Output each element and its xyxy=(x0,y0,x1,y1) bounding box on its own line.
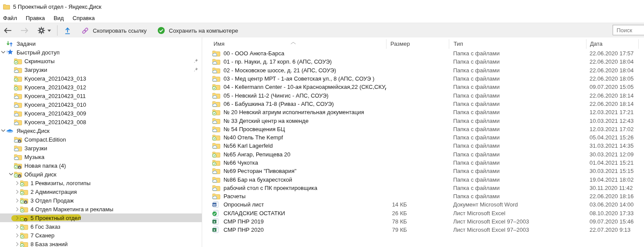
upload-button[interactable] xyxy=(64,27,71,34)
sidebar-item[interactable]: Загрузки xyxy=(0,144,202,152)
settings-gear-button[interactable] xyxy=(37,27,45,34)
tree-chevron-icon[interactable] xyxy=(14,181,20,186)
window-title: 5 Проектный отдел - Яндекс.Диск xyxy=(13,3,102,10)
file-row[interactable]: 02 - Московское шоссе, д. 21 (АПС, СОУЭ)… xyxy=(202,66,644,74)
file-type: Папка с файлами xyxy=(449,151,586,158)
tree-chevron-icon[interactable] xyxy=(14,233,20,238)
search-input[interactable] xyxy=(613,25,644,35)
file-row[interactable]: №66 Чукотка Папка с файлами 01.04.2021 1… xyxy=(202,159,644,167)
file-row[interactable]: №56 Karl Lagerfeld Папка с файлами 31.03… xyxy=(202,142,644,150)
menu-edit[interactable]: Правка xyxy=(21,15,49,21)
file-row[interactable]: рабочий стол с ПК проектировщика Папка с… xyxy=(202,184,644,192)
copy-link-button[interactable]: Скопировать ссылку xyxy=(93,27,147,34)
sidebar-item[interactable]: 4 Отдел Маркетинга и рекламы xyxy=(0,205,202,213)
tree-chevron-icon[interactable] xyxy=(14,189,20,194)
sidebar-item[interactable]: 2 Администрация xyxy=(0,187,202,196)
file-name: СКЛАДСКИЕ ОСТАТКИ xyxy=(224,210,285,217)
pin-icon[interactable] xyxy=(193,58,198,65)
tree-chevron-icon[interactable] xyxy=(14,216,20,220)
file-row[interactable]: №86 Бар на бухарестской Папка с файлами … xyxy=(202,175,644,183)
file-date: 30.11.2020 11:42 xyxy=(586,185,644,191)
folder-icon xyxy=(14,84,22,91)
file-row[interactable]: СКЛАДСКИЕ ОСТАТКИ 26 КБ Лист Microsoft E… xyxy=(202,209,644,217)
file-date: 22.06.2020 17:57 xyxy=(586,50,644,57)
sidebar-item[interactable]: Kyocera_20210423_010 xyxy=(0,100,202,109)
save-check-icon[interactable] xyxy=(157,27,165,34)
sidebar-item[interactable]: Kyocera_20210423_011 xyxy=(0,91,202,100)
menu-file[interactable]: Файл xyxy=(0,15,21,21)
tree-chevron-icon[interactable] xyxy=(8,173,14,176)
sidebar-item[interactable]: 5 Проектный отдел xyxy=(0,213,202,222)
file-row[interactable]: 00 - ООО Анюта-Барса Папка с файлами 22.… xyxy=(202,49,644,58)
file-name-cell: № 54 Просвещения БЦ xyxy=(202,126,386,132)
sidebar-item[interactable]: 7 Сканер xyxy=(0,231,202,240)
file-row[interactable]: W Опросный лист 14 КБ Документ Microsoft… xyxy=(202,200,644,209)
pin-icon[interactable] xyxy=(193,67,198,74)
sidebar-item[interactable]: Kyocera_20210423_008 xyxy=(0,118,202,126)
sidebar-item[interactable]: 1 Реквизиты, логотипы xyxy=(0,179,202,187)
gear-dropdown-caret[interactable] xyxy=(47,30,51,32)
file-row[interactable]: № 54 Просвещения БЦ Папка с файлами 12.0… xyxy=(202,125,644,133)
file-row[interactable]: №69 Ресторан "Пивовария" Папка с файлами… xyxy=(202,167,644,175)
file-row[interactable]: № 33 Детский центр на коменде Папка с фа… xyxy=(202,116,644,125)
sidebar-item[interactable]: Загрузки xyxy=(0,65,202,74)
column-header-name[interactable]: Имя xyxy=(202,39,386,49)
sidebar-item[interactable]: Музыка xyxy=(0,152,202,161)
folder-icon xyxy=(14,110,22,117)
sidebar-item-label: Kyocera_20210423_009 xyxy=(24,110,86,117)
sidebar-item[interactable]: Kyocera_20210423_012 xyxy=(0,83,202,91)
folder-icon xyxy=(14,58,22,64)
file-row[interactable]: №65 Ангар, Репищева 20 Папка с файлами 3… xyxy=(202,150,644,159)
file-row[interactable]: Расчеты Папка с файлами 22.06.2020 18:16 xyxy=(202,192,644,200)
sidebar-item-label: 1 Реквизиты, логотипы xyxy=(31,180,91,186)
sidebar-item[interactable]: Compact.Edition xyxy=(0,135,202,144)
tree-chevron-icon[interactable] xyxy=(14,224,20,229)
file-row[interactable]: №40 Отель The Kempf Папка с файлами 05.0… xyxy=(202,133,644,142)
sidebar-item-label: 5 Проектный отдел xyxy=(31,215,81,221)
sidebar-item[interactable]: Новая папка (4) xyxy=(0,161,202,170)
column-header-size[interactable]: Размер xyxy=(386,39,449,49)
file-name: № 54 Просвещения БЦ xyxy=(224,126,285,132)
sidebar-item[interactable]: 8 База знаний xyxy=(0,240,202,247)
sidebar-item[interactable]: Яндекс.Диск xyxy=(0,126,202,135)
file-name: № 33 Детский центр на коменде xyxy=(224,118,308,124)
file-row[interactable]: 05 - Невский 11-2 (Чингис - АПС, СОУЭ) П… xyxy=(202,91,644,99)
sidebar-item[interactable]: Скриншоты xyxy=(0,57,202,65)
file-row[interactable]: № 20 Невский атриум исполнительная докум… xyxy=(202,108,644,116)
column-header-type[interactable]: Тип xyxy=(449,39,586,49)
sidebar-item[interactable]: Быстрый доступ xyxy=(0,48,202,57)
sidebar-item-label: Загрузки xyxy=(24,145,47,152)
folder-icon xyxy=(14,67,22,73)
forward-button[interactable] xyxy=(20,27,29,34)
sidebar-item[interactable]: Kyocera_20210423_013 xyxy=(0,74,202,83)
file-row[interactable]: X СМР ПНР 2019 78 КБ Лист Microsoft Exce… xyxy=(202,217,644,226)
tree-chevron-icon[interactable] xyxy=(0,129,6,132)
sidebar-item[interactable]: Общий диск xyxy=(0,170,202,179)
sidebar-item[interactable]: Задачи xyxy=(0,39,202,48)
sidebar-item[interactable]: 6 Гос Заказ xyxy=(0,222,202,231)
copy-link-icon[interactable] xyxy=(81,27,89,34)
folder-icon xyxy=(6,49,14,56)
menu-help[interactable]: Справка xyxy=(68,15,99,21)
folder-icon xyxy=(6,41,14,47)
file-row[interactable]: 01 - пр. Науки, д. 17 корп. 6 (АПС, СОУЭ… xyxy=(202,58,644,66)
file-row[interactable]: 03 - Мед центр МРТ - 1-ая Советская ул.,… xyxy=(202,74,644,83)
save-button[interactable]: Сохранить на компьютере xyxy=(169,27,238,34)
sidebar-item-label: Kyocera_20210423_012 xyxy=(24,84,86,91)
back-button[interactable] xyxy=(3,27,12,34)
file-name-cell: 04 - Kellermann Center - 10-ая Красноарм… xyxy=(202,84,386,90)
column-header-date[interactable]: Дата xyxy=(586,39,644,49)
file-row[interactable]: 04 - Kellermann Center - 10-ая Красноарм… xyxy=(202,83,644,91)
menu-view[interactable]: Вид xyxy=(49,15,68,21)
file-date: 05.04.2021 15:26 xyxy=(586,134,644,141)
tree-chevron-icon[interactable] xyxy=(14,198,20,203)
tree-chevron-icon[interactable] xyxy=(14,242,20,247)
file-row[interactable]: 06 - Бабушкина 71-8 (Риваз - АПС, СОУЭ) … xyxy=(202,100,644,108)
sidebar-item[interactable]: 3 Отдел Продаж xyxy=(0,196,202,205)
sidebar-item[interactable]: Kyocera_20210423_009 xyxy=(0,109,202,118)
file-date: 12.03.2021 17:21 xyxy=(586,109,644,115)
tree-chevron-icon[interactable] xyxy=(14,207,20,212)
file-type: Папка с файлами xyxy=(449,118,586,124)
file-row[interactable]: X СМР ПНР 2020 79 КБ Лист Microsoft Exce… xyxy=(202,226,644,234)
tree-chevron-icon[interactable] xyxy=(0,51,6,54)
